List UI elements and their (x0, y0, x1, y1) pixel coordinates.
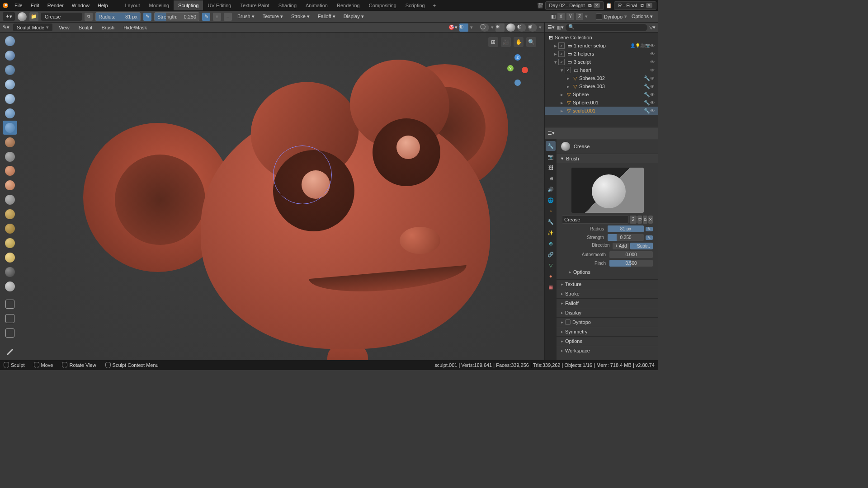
symmetry-y-button[interactable]: Y (566, 13, 574, 20)
overlays-toggle[interactable]: ◐ (459, 23, 468, 32)
sculpt-tool-13[interactable] (3, 222, 17, 236)
tree-item-sphere[interactable]: ▸▽Sphere🔧👁 (545, 90, 658, 99)
sculpt-tool-17[interactable] (3, 279, 17, 293)
prop-radius-value[interactable]: 81 px (608, 225, 644, 232)
tree-item-sphere-002[interactable]: ▸▽Sphere.002🔧👁 (545, 74, 658, 82)
prop-pinch-value[interactable]: 0.500 (609, 260, 653, 267)
tree-item-3-sculpt[interactable]: ▾▭3 sculpt👁 (545, 58, 658, 66)
tab-viewlayer[interactable]: 🖥 (546, 174, 556, 183)
brush-users-icon[interactable]: ⧉ (85, 13, 93, 21)
sculpt-tool-14[interactable] (3, 236, 17, 250)
menu-edit[interactable]: Edit (27, 1, 43, 10)
prop-strength-value[interactable]: 0.250 (608, 234, 644, 241)
symmetry-x-button[interactable]: X (557, 13, 565, 20)
sculpt-tool-10[interactable] (3, 178, 17, 192)
panel-symmetry[interactable]: ▸Symmetry (557, 327, 658, 336)
tab-particle[interactable]: ✨ (546, 228, 556, 238)
sculpt-tool-9[interactable] (3, 164, 17, 178)
brush-thumbnail-icon[interactable] (18, 12, 27, 21)
radius-slider[interactable]: Radius: 81 px (95, 12, 141, 21)
hidemask-menu[interactable]: Hide/Mask (121, 24, 150, 31)
sculpt-tool-8[interactable] (3, 150, 17, 164)
panel-texture[interactable]: ▸Texture (557, 279, 658, 289)
display-menu[interactable]: Display ▾ (341, 12, 367, 21)
workspace-tab-texture-paint[interactable]: Texture Paint (236, 0, 274, 10)
mode-selector[interactable]: Sculpt Mode ▾ (13, 23, 52, 31)
fake-user-icon[interactable]: 🛡 (637, 216, 642, 224)
panel-display[interactable]: ▸Display (557, 308, 658, 317)
tab-object[interactable]: ▫ (546, 206, 556, 216)
tree-item-sphere-001[interactable]: ▸▽Sphere.001🔧👁 (545, 99, 658, 107)
annotate-tool[interactable] (3, 344, 17, 358)
direction-subtract-icon[interactable]: − (224, 13, 232, 21)
workspace-tab-shading[interactable]: Shading (274, 0, 301, 10)
direction-subtract-button[interactable]: − Subtr.. (630, 243, 653, 249)
panel-dyntopo[interactable]: ▸Dyntopo (557, 317, 658, 327)
brush-users-count[interactable]: 2 (630, 216, 637, 224)
dyntopo-checkbox[interactable] (596, 14, 602, 20)
3d-viewport[interactable]: ⊞ 🎥 ✋ 🔍 Z Y (20, 33, 544, 360)
workspace-tab-uv-editing[interactable]: UV Editing (203, 0, 236, 10)
sculpt-tool-3[interactable] (3, 78, 17, 92)
gizmo-x-axis[interactable] (522, 67, 528, 73)
tree-item-sculpt-001[interactable]: ▸▽sculpt.001🔧👁 (545, 107, 658, 115)
tab-scene[interactable]: 🔊 (546, 184, 556, 194)
editor-type-dropdown[interactable]: ✦▾ (3, 12, 15, 21)
direction-add-icon[interactable]: + (213, 13, 221, 21)
box-select-icon[interactable] (3, 297, 17, 311)
sculpt-tool-16[interactable] (3, 265, 17, 279)
viewlayer-selector[interactable]: R - Final ⧉ ✕ (614, 1, 656, 10)
tab-texture[interactable]: ▦ (546, 282, 556, 292)
tab-constraint[interactable]: 🔗 (546, 249, 556, 259)
workspace-tab-layout[interactable]: Layout (121, 0, 145, 10)
add-workspace-button[interactable]: + (429, 0, 439, 10)
pan-icon[interactable]: ✋ (514, 37, 524, 47)
tree-scene-collection[interactable]: ⊞Scene Collection (545, 33, 658, 42)
camera-view-icon[interactable]: ⊞ (488, 37, 498, 47)
tab-active-tool[interactable]: 🔧 (546, 141, 556, 151)
panel-options[interactable]: ▸Options (557, 336, 658, 346)
workspace-tab-rendering[interactable]: Rendering (332, 0, 364, 10)
sculpt-tool-12[interactable] (3, 207, 17, 221)
scene-close-icon[interactable]: ✕ (594, 3, 600, 8)
brush-menu-2[interactable]: Brush (99, 24, 117, 31)
options-menu[interactable]: Options ▾ (629, 12, 656, 21)
tree-item-1-render-setup[interactable]: ▸▭1 render setup👤💡🎥📷👁 (545, 42, 658, 50)
sculpt-tool-6[interactable] (3, 121, 17, 135)
brush-panel-header[interactable]: ▼Brush (557, 154, 658, 163)
menu-help[interactable]: Help (94, 1, 112, 10)
lasso-icon[interactable] (3, 312, 17, 326)
menu-window[interactable]: Window (68, 1, 93, 10)
props-type-icon[interactable]: ☰▾ (547, 130, 555, 136)
radius-pressure-icon[interactable]: ✎ (143, 13, 151, 21)
stroke-menu[interactable]: Stroke ▾ (288, 12, 312, 21)
workspace-tab-animation[interactable]: Animation (301, 0, 332, 10)
tree-item-sphere-003[interactable]: ▸▽Sphere.003🔧👁 (545, 82, 658, 90)
menu-render[interactable]: Render (44, 1, 67, 10)
tree-item-heart[interactable]: ▾▭heart👁 (545, 66, 658, 74)
tree-item-2-helpers[interactable]: ▸▭2 helpers👁 (545, 50, 658, 58)
gizmo-z-axis[interactable]: Z (514, 54, 521, 61)
sculpt-tool-0[interactable] (3, 34, 17, 48)
outliner-display-icon[interactable]: ▥▾ (557, 24, 564, 30)
outliner-search-input[interactable]: 🔍 (566, 24, 647, 31)
sculpt-tool-4[interactable] (3, 92, 17, 106)
workspace-tab-scripting[interactable]: Scripting (401, 0, 429, 10)
sculpt-tool-7[interactable] (3, 135, 17, 149)
tab-world[interactable]: 🌐 (546, 195, 556, 205)
gizmo-y-axis[interactable]: Y (507, 65, 514, 71)
tab-physics[interactable]: ⊚ (546, 239, 556, 249)
tab-output[interactable]: 🖼 (546, 163, 556, 173)
navigation-gizmo[interactable]: Z Y (502, 54, 533, 86)
tab-material[interactable]: ● (546, 271, 556, 281)
workspace-tab-modeling[interactable]: Modeling (145, 0, 174, 10)
shading-wireframe[interactable]: ⊞ (495, 23, 505, 32)
falloff-menu[interactable]: Falloff ▾ (315, 12, 338, 21)
sculpt-tool-11[interactable] (3, 193, 17, 207)
sculpt-tool-1[interactable] (3, 49, 17, 63)
viewlayer-close-icon[interactable]: ✕ (646, 3, 652, 8)
xray-toggle[interactable]: ◯ (480, 23, 489, 32)
panel-stroke[interactable]: ▸Stroke (557, 289, 658, 298)
brush-name-field[interactable]: Crease (41, 13, 82, 21)
outliner-type-icon[interactable]: ☰▾ (547, 24, 555, 30)
